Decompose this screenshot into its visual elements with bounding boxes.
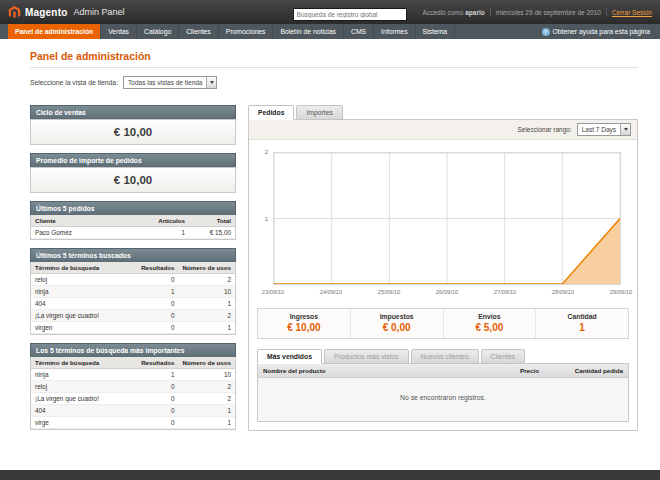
range-select[interactable]: Last 7 Days (577, 123, 631, 136)
chart-y-labels: 12 (257, 152, 271, 285)
cell: 0 (137, 405, 178, 417)
nav-item-ventas[interactable]: Ventas (101, 24, 137, 39)
chevron-down-icon (620, 124, 630, 135)
cell: 1 (179, 298, 235, 310)
column-header: Término de búsqueda (31, 262, 137, 274)
tab-pedidos[interactable]: Pedidos (248, 105, 294, 120)
cell: 1 (137, 286, 178, 298)
chart-x-label: 24/09/10 (320, 289, 343, 295)
table-row[interactable]: ninja 1 10 (31, 369, 235, 381)
table-row[interactable]: 404 0 1 (31, 405, 235, 417)
dashboard-tabs: Pedidos Importes (248, 105, 638, 120)
separator (606, 8, 607, 16)
store-view-label: Seleccione la vista de tienda: (30, 79, 118, 86)
help-label: Obtener ayuda para esta página (553, 28, 651, 35)
table-row[interactable]: ninja 1 10 (31, 286, 235, 298)
current-date: miércoles 29 de septiembre de 2010 (496, 9, 601, 16)
stat-label: Ingresos (258, 313, 350, 320)
cell: 404 (31, 298, 137, 310)
page-title: Panel de administración (30, 50, 638, 62)
table-row[interactable]: 404 0 1 (31, 298, 235, 310)
average-orders-value: € 10,00 (30, 167, 236, 193)
logged-in-prefix: Accedió como (423, 9, 464, 16)
store-view-row: Seleccione la vista de tienda: Todas las… (30, 76, 638, 89)
column-header: Número de usos (179, 262, 235, 274)
magento-logo-icon (8, 6, 21, 19)
column-header: Término de búsqueda (31, 357, 137, 369)
average-orders-card: Promedio de importe de pedidos € 10,00 (30, 153, 236, 193)
table-row[interactable]: reloj 0 2 (31, 381, 235, 393)
cell: 1 (179, 405, 235, 417)
column-header: Resultados (137, 357, 178, 369)
table-row[interactable]: ¡La virgen que cuadro! 0 2 (31, 393, 235, 405)
cell: 1 (137, 369, 178, 381)
brand-name: Magento (25, 7, 68, 18)
cell: 0 (137, 298, 178, 310)
store-view-select[interactable]: Todas las vistas de tienda (123, 76, 217, 89)
chart-x-label: 25/09/10 (378, 289, 401, 295)
cell: 0 (137, 381, 178, 393)
magento-logo: Magento Admin Panel (8, 6, 125, 19)
chart-x-labels: 23/09/1024/09/1025/09/1026/09/1027/09/10… (273, 287, 621, 298)
brand-suffix: Admin Panel (74, 7, 125, 17)
column-header: Número de usos (179, 357, 235, 369)
logged-in-text: Accedió como apario (423, 9, 485, 16)
products-table: Nombre del producto Precio Cantidad pedi… (257, 363, 629, 422)
tab-clientes[interactable]: Clientes (481, 349, 526, 364)
nav-item-sistema[interactable]: Sistema (416, 24, 456, 39)
table-row[interactable]: Paco Gomez 1 € 15,00 (31, 227, 235, 239)
top-search-terms-table: Término de búsqueda Resultados Número de… (30, 357, 236, 430)
last-orders-table: Cliente Artículos Total Paco Gomez 1 € 1… (30, 215, 236, 240)
nav-item-clientes[interactable]: Clientes (179, 24, 219, 39)
chart-y-label: 2 (265, 149, 268, 155)
cell: ninja (31, 286, 137, 298)
column-header: Cliente (31, 215, 153, 227)
stat-value: € 0,00 (351, 322, 443, 333)
table-row[interactable]: virgen 0 1 (31, 322, 235, 334)
column-header: Resultados (137, 262, 178, 274)
cell: 1 (179, 322, 235, 334)
nav-item-informes[interactable]: Informes (374, 24, 415, 39)
table-row[interactable]: reloj 0 2 (31, 274, 235, 286)
nav-item-promociones[interactable]: Promociones (219, 24, 274, 39)
last-search-terms-section: Últimos 5 términos buscados Término de b… (30, 248, 236, 335)
column-header: Precio (477, 367, 539, 374)
nav-item-cms[interactable]: CMS (344, 24, 374, 39)
table-row[interactable]: ¡La virgen que cuadro! 0 2 (31, 310, 235, 322)
dashboard-panel: Seleccionar rango: Last 7 Days 12 23/09/… (248, 119, 638, 431)
stat-label: Envíos (444, 313, 536, 320)
cell: Paco Gomez (31, 227, 153, 239)
global-search-input[interactable] (293, 8, 407, 21)
main-content: Panel de administración Seleccione la vi… (0, 39, 660, 470)
chart-plot-area (273, 152, 621, 285)
lifetime-sales-value: € 10,00 (30, 119, 236, 145)
cell: reloj (31, 381, 137, 393)
tab-importes[interactable]: Importes (296, 105, 342, 120)
cell: € 15,00 (189, 227, 235, 239)
cell: reloj (31, 274, 137, 286)
tab-nuevos-clientes[interactable]: Nuevos clientes (411, 349, 479, 364)
section-title: Últimos 5 términos buscados (30, 248, 236, 262)
card-title: Promedio de importe de pedidos (30, 153, 236, 167)
column-header: Artículos (153, 215, 189, 227)
nav-item-panel-administracion[interactable]: Panel de administración (8, 24, 101, 39)
nav-item-catalogo[interactable]: Catálogo (137, 24, 179, 39)
help-link[interactable]: ? Obtener ayuda para esta página (542, 24, 660, 39)
cell: 1 (179, 417, 235, 429)
cell: 2 (179, 274, 235, 286)
table-row[interactable]: virge 0 1 (31, 417, 235, 429)
stat-value: 1 (536, 322, 628, 333)
logout-link[interactable]: Cerrar Sesión (612, 9, 652, 16)
stat-impuestos: Impuestos € 0,00 (350, 309, 443, 338)
empty-message: No se encontraron registros. (258, 378, 628, 421)
stat-value: € 10,00 (258, 322, 350, 333)
nav-item-boletin[interactable]: Boletín de noticias (273, 24, 344, 39)
separator (490, 8, 491, 16)
tab-productos-mas-vistos[interactable]: Productos más vistos (324, 349, 409, 364)
store-view-value: Todas las vistas de tienda (124, 79, 206, 86)
tab-mas-vendidos[interactable]: Más vendidos (257, 349, 322, 364)
last-orders-section: Últimos 5 pedidos Cliente Artículos Tota… (30, 201, 236, 240)
cell: virgen (31, 322, 137, 334)
cell: 0 (137, 310, 178, 322)
top-search-terms-section: Los 5 términos de búsqueda más important… (30, 343, 236, 430)
